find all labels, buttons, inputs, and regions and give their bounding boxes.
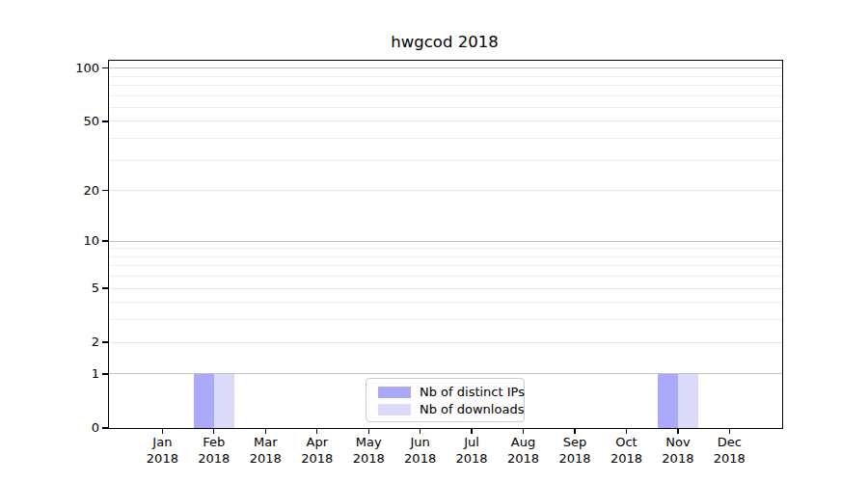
y-gridline-major bbox=[109, 241, 782, 242]
y-tick-label: 100 bbox=[49, 61, 99, 76]
y-gridline-minor bbox=[109, 276, 782, 277]
y-tick-label: 50 bbox=[49, 114, 99, 129]
plot-area: Nb of distinct IPs Nb of downloads 01251… bbox=[108, 60, 783, 429]
legend-item-distinct-ips: Nb of distinct IPs bbox=[378, 385, 516, 399]
y-tick-label: 2 bbox=[49, 335, 99, 350]
y-gridline bbox=[109, 342, 782, 343]
x-tick bbox=[574, 429, 575, 434]
y-tick bbox=[102, 67, 108, 68]
x-tick bbox=[162, 429, 163, 434]
y-gridline-minor bbox=[109, 107, 782, 108]
y-gridline-minor bbox=[109, 265, 782, 266]
legend-label-downloads: Nb of downloads bbox=[420, 402, 524, 416]
bar-nb-of-downloads-nov bbox=[678, 374, 698, 428]
x-tick bbox=[213, 429, 214, 434]
y-gridline-major bbox=[109, 67, 782, 68]
bar-nb-of-downloads-feb bbox=[214, 374, 234, 428]
x-tick bbox=[729, 429, 730, 434]
x-tick-label: Dec2018 bbox=[695, 435, 763, 467]
y-tick-label: 20 bbox=[49, 183, 99, 199]
legend-swatch-distinct-ips bbox=[378, 387, 411, 398]
legend: Nb of distinct IPs Nb of downloads bbox=[366, 378, 525, 422]
y-gridline-minor bbox=[109, 302, 782, 303]
y-gridline-minor bbox=[109, 319, 782, 320]
y-tick bbox=[102, 120, 108, 121]
y-tick bbox=[102, 240, 108, 241]
legend-swatch-downloads bbox=[378, 404, 411, 415]
y-gridline-minor bbox=[109, 160, 782, 161]
y-tick bbox=[102, 373, 108, 374]
x-tick bbox=[420, 429, 420, 434]
chart-figure: hwgcod 2018 Nb of distinct IPs Nb of dow… bbox=[0, 0, 868, 482]
y-gridline-minor bbox=[109, 138, 782, 139]
chart-title: hwgcod 2018 bbox=[108, 33, 781, 51]
x-tick-month: Dec bbox=[695, 435, 763, 451]
y-gridline-minor bbox=[109, 248, 782, 249]
y-tick bbox=[102, 287, 108, 288]
y-tick-label: 5 bbox=[49, 281, 99, 296]
y-tick bbox=[102, 341, 108, 342]
x-tick bbox=[523, 429, 524, 434]
y-gridline-minor bbox=[109, 76, 782, 77]
legend-label-distinct-ips: Nb of distinct IPs bbox=[420, 385, 525, 399]
x-tick-year: 2018 bbox=[695, 451, 763, 468]
x-tick bbox=[471, 429, 472, 434]
x-tick bbox=[677, 429, 678, 434]
y-tick-label: 10 bbox=[49, 233, 99, 249]
y-gridline bbox=[109, 288, 782, 289]
y-tick-label: 0 bbox=[49, 420, 99, 436]
x-tick bbox=[316, 429, 317, 434]
y-gridline bbox=[109, 190, 782, 191]
y-tick bbox=[102, 190, 108, 191]
y-gridline-minor bbox=[109, 256, 782, 257]
y-tick-label: 1 bbox=[49, 366, 99, 382]
x-tick bbox=[368, 429, 369, 434]
y-tick bbox=[102, 427, 108, 428]
y-gridline-minor bbox=[109, 95, 782, 96]
y-gridline-minor bbox=[109, 85, 782, 86]
x-tick bbox=[265, 429, 266, 434]
bar-nb-of-distinct-ips-nov bbox=[658, 374, 678, 428]
bar-nb-of-distinct-ips-feb bbox=[194, 374, 214, 428]
legend-item-downloads: Nb of downloads bbox=[378, 402, 516, 416]
x-tick bbox=[626, 429, 627, 434]
y-gridline bbox=[109, 120, 782, 121]
